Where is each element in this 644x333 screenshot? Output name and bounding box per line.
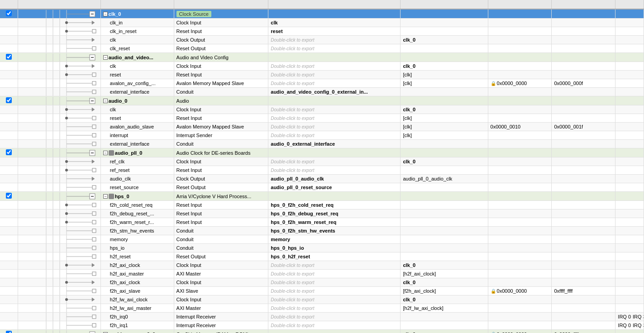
export-placeholder[interactable]: Double-click to export (271, 124, 314, 129)
name-cell: f2h_warm_reset_r... (100, 218, 174, 227)
name-cell: f2h_cold_reset_req (100, 201, 174, 209)
export-cell[interactable]: Double-click to export (268, 313, 401, 321)
export-cell[interactable]: Double-click to export (268, 62, 401, 71)
clock-cell: clk_0 (401, 295, 488, 304)
name-cell[interactable]: −audio_pll_0 (100, 148, 174, 157)
export-cell[interactable]: Double-click to export (268, 114, 401, 123)
name-cell[interactable]: −audio_0 (100, 96, 174, 105)
export-placeholder[interactable]: Double-click to export (271, 271, 314, 276)
expand-icon[interactable]: − (103, 12, 108, 16)
export-cell[interactable]: Double-click to export (268, 79, 401, 88)
export-cell: audio_and_video_config_0_external_in... (268, 88, 401, 96)
use-cell[interactable] (0, 330, 18, 333)
irq-cell (615, 157, 644, 166)
irq-cell (615, 183, 644, 192)
export-placeholder[interactable]: Double-click to export (271, 116, 314, 121)
export-placeholder[interactable]: Double-click to export (271, 81, 314, 86)
name-cell[interactable]: −audio_and_video... (100, 53, 174, 62)
use-checkbox[interactable] (6, 97, 12, 103)
export-placeholder[interactable]: Double-click to export (271, 263, 314, 268)
export-placeholder[interactable]: Double-click to export (271, 289, 314, 294)
export-cell[interactable]: Double-click to export (268, 261, 401, 270)
irq-cell (615, 192, 644, 201)
name-cell[interactable]: −clk_0 (100, 9, 174, 19)
export-placeholder[interactable]: Double-click to export (271, 306, 314, 311)
export-cell[interactable]: Double-click to export (268, 123, 401, 131)
export-cell[interactable]: Double-click to export (268, 287, 401, 295)
use-cell[interactable] (0, 9, 18, 19)
use-cell[interactable] (0, 53, 18, 62)
expand-icon[interactable]: − (103, 55, 108, 60)
export-cell[interactable]: Double-click to export (268, 304, 401, 313)
export-placeholder[interactable]: Double-click to export (271, 159, 314, 164)
svg-marker-222 (92, 298, 95, 301)
name-cell[interactable]: −hps_0 (100, 192, 174, 201)
export-placeholder[interactable]: Double-click to export (271, 64, 314, 69)
export-placeholder[interactable]: Double-click to export (271, 46, 314, 51)
table-row: reset_sourceReset Outputaudio_pll_0_rese… (0, 183, 644, 192)
export-placeholder[interactable]: Double-click to export (271, 72, 314, 77)
svg-marker-13 (92, 21, 95, 24)
use-checkbox[interactable] (6, 149, 12, 155)
connections-cell (18, 330, 101, 333)
export-placeholder[interactable]: Double-click to export (271, 314, 314, 319)
base-cell: 🔒0x0000_0000 (488, 330, 552, 333)
use-checkbox[interactable] (6, 331, 12, 333)
use-cell[interactable] (0, 192, 18, 201)
export-cell[interactable]: Double-click to export (268, 278, 401, 287)
irq-cell (615, 19, 644, 27)
expand-icon[interactable]: − (103, 99, 108, 103)
connections-cell (18, 321, 101, 330)
use-checkbox[interactable] (6, 193, 12, 199)
irq-cell (615, 114, 644, 123)
svg-rect-137 (92, 186, 96, 189)
export-value: hps_0_h2f_reset (271, 254, 310, 259)
end-cell (552, 140, 615, 148)
description-cell: Conduit (174, 88, 268, 96)
export-cell[interactable]: Double-click to export (268, 157, 401, 166)
export-placeholder[interactable]: Double-click to export (271, 323, 314, 328)
expand-icon[interactable]: − (103, 151, 108, 155)
group-name-label: audio_pll_0 (115, 150, 143, 156)
export-cell[interactable]: Double-click to export (268, 295, 401, 304)
export-cell[interactable]: Double-click to export (268, 270, 401, 278)
table-row: clkClock InputDouble-click to exportclk_… (0, 62, 644, 71)
export-cell (268, 192, 401, 201)
use-cell[interactable] (0, 96, 18, 105)
export-cell[interactable]: Double-click to export (268, 166, 401, 175)
export-placeholder[interactable]: Double-click to export (271, 168, 314, 173)
svg-rect-92 (92, 125, 96, 128)
irq-cell (615, 36, 644, 44)
export-placeholder[interactable]: Double-click to export (271, 133, 314, 138)
export-cell (268, 9, 401, 19)
table-row: f2h_axi_clockClock InputDouble-click to … (0, 278, 644, 287)
irq-cell (615, 209, 644, 218)
name-cell: f2h_axi_clock (100, 278, 174, 287)
export-cell[interactable]: Double-click to export (268, 105, 401, 114)
export-cell[interactable]: Double-click to export (268, 321, 401, 330)
use-cell[interactable] (0, 148, 18, 157)
svg-rect-151 (92, 203, 96, 207)
irq-cell (615, 62, 644, 71)
name-cell: h2f_lw_axi_master (100, 304, 174, 313)
export-placeholder[interactable]: Double-click to export (271, 38, 314, 43)
use-checkbox[interactable] (6, 54, 12, 60)
main-container: −clk_0Clock Sourceclk_inClock Inputclkcl… (0, 0, 644, 333)
export-placeholder[interactable]: Double-click to export (271, 107, 314, 112)
export-placeholder[interactable]: Double-click to export (271, 297, 314, 302)
clock-value: [h2f_lw_axi_clock] (403, 305, 443, 311)
base-cell (488, 27, 552, 36)
export-cell[interactable]: Double-click to export (268, 44, 401, 53)
port-name-label: clk_in (103, 20, 123, 25)
name-cell[interactable]: −onchip_memory2_0 (100, 330, 174, 333)
expand-icon[interactable]: − (103, 194, 108, 199)
svg-point-45 (65, 65, 68, 67)
irq-cell (615, 44, 644, 53)
name-cell: h2f_axi_clock (100, 261, 174, 270)
export-cell[interactable]: Double-click to export (268, 131, 401, 140)
export-cell[interactable]: Double-click to export (268, 71, 401, 79)
export-cell[interactable]: Double-click to export (268, 36, 401, 44)
base-value: 0x0000_0000 (497, 332, 527, 333)
use-checkbox[interactable] (6, 10, 12, 16)
export-placeholder[interactable]: Double-click to export (271, 280, 314, 285)
